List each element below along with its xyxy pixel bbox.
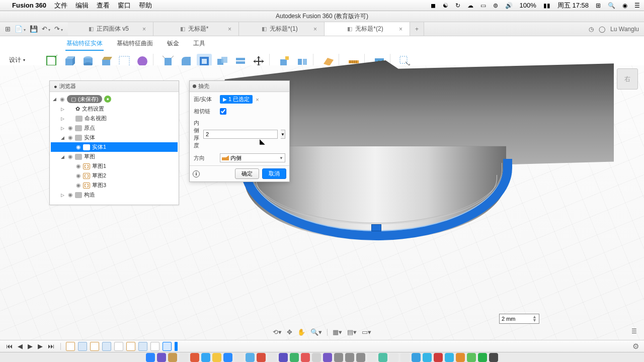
dock-app[interactable] <box>467 353 476 362</box>
doc-tab-3[interactable]: ◧无标题*(1) × <box>239 22 325 36</box>
dock-app[interactable] <box>489 353 498 362</box>
doc-tab-2[interactable]: ◧无标题* × <box>153 22 239 36</box>
dock-app[interactable] <box>290 353 299 362</box>
view-menu[interactable]: 查看 <box>97 1 110 10</box>
edit-menu[interactable]: 编辑 <box>75 1 89 10</box>
dock-app[interactable] <box>445 353 454 362</box>
notifications-icon[interactable]: ☰ <box>634 2 640 9</box>
dock-app[interactable] <box>257 353 266 362</box>
ribbon-tab-solid[interactable]: 基础特征实体 <box>65 37 104 51</box>
ribbon-tab-surface[interactable]: 基础特征曲面 <box>116 37 154 51</box>
browser-bodies[interactable]: ◢◉实体 <box>51 133 178 142</box>
browser-construction[interactable]: ▷◉构造 <box>51 190 178 200</box>
spinner-icon[interactable]: ▲▼ <box>532 315 537 322</box>
grid-icon[interactable]: ▤▾ <box>347 328 357 336</box>
browser-origin[interactable]: ▷◉原点 <box>51 123 178 133</box>
browser-sketch1[interactable]: ◉草图1 <box>51 161 178 171</box>
dock-app[interactable] <box>223 353 232 362</box>
look-icon[interactable]: ✋ <box>297 328 305 336</box>
dock-app[interactable] <box>146 353 155 362</box>
timeline-sketch3[interactable] <box>126 342 135 351</box>
browser-sketch3[interactable]: ◉草图3 <box>51 180 178 190</box>
dock-app[interactable] <box>157 353 166 362</box>
drag-handle[interactable] <box>371 224 381 231</box>
close-icon[interactable]: × <box>313 26 317 33</box>
browser-root[interactable]: ◢◉▢ (未保存)● <box>51 94 178 104</box>
timeline-sketch2[interactable] <box>90 342 99 351</box>
browser-body1[interactable]: ◉实体1 <box>51 142 178 152</box>
dock-app[interactable] <box>312 353 321 362</box>
dock-app[interactable] <box>190 353 199 362</box>
browser-named-views[interactable]: ▷命名视图 <box>51 114 178 123</box>
display-icon[interactable]: ▭ <box>480 2 486 9</box>
timeline-extrude2[interactable] <box>102 342 111 351</box>
dock-app[interactable] <box>246 353 255 362</box>
close-icon[interactable]: × <box>228 26 231 33</box>
timeline-next[interactable]: ▶ <box>37 342 44 350</box>
window-menu[interactable]: 窗口 <box>118 1 131 10</box>
dock-app[interactable] <box>323 353 332 362</box>
info-icon[interactable]: i <box>193 170 200 177</box>
orbit-icon[interactable]: ⟲▾ <box>273 328 282 336</box>
timeline-extrude1[interactable] <box>78 342 87 351</box>
dock-app[interactable] <box>345 353 354 362</box>
help-menu[interactable]: 帮助 <box>139 1 152 10</box>
dock-app[interactable] <box>423 353 432 362</box>
extensions-icon[interactable]: ◷ <box>589 26 594 33</box>
dialog-header[interactable]: 抽壳 <box>190 81 289 92</box>
dock-app[interactable] <box>168 353 177 362</box>
timeline-settings-icon[interactable]: ⚙ <box>632 342 639 351</box>
volume-icon[interactable]: 🔊 <box>505 2 513 9</box>
viewcube[interactable]: 右 <box>617 68 638 89</box>
zoom-icon[interactable]: 🔍▾ <box>310 328 322 336</box>
timeline-shell[interactable] <box>163 342 172 351</box>
direction-select[interactable]: 内侧 ▼ <box>220 153 285 162</box>
help-icon[interactable]: ◯ <box>599 26 605 33</box>
dock-app[interactable] <box>212 353 221 362</box>
status-icon[interactable]: ◼ <box>431 2 436 9</box>
dock-app[interactable] <box>367 353 376 362</box>
wifi-icon[interactable]: ⊚ <box>493 2 498 9</box>
timeline-start[interactable]: ⏮ <box>5 342 14 350</box>
timeline-feat[interactable] <box>150 342 159 351</box>
browser-sketches[interactable]: ◢◉草图 <box>51 152 178 161</box>
pan-icon[interactable]: ✥ <box>287 328 292 336</box>
sync-icon[interactable]: ↻ <box>455 2 460 9</box>
timeline-sketch1[interactable] <box>66 342 75 351</box>
app-menu[interactable]: Fusion 360 <box>12 2 46 9</box>
cancel-button[interactable]: 取消 <box>262 168 286 179</box>
clock[interactable]: 周五 17:58 <box>557 1 589 10</box>
tangent-checkbox[interactable] <box>220 108 226 115</box>
dock-app[interactable] <box>356 353 365 362</box>
dock-app[interactable] <box>412 353 421 362</box>
dock-app[interactable] <box>301 353 310 362</box>
wechat-icon[interactable]: ☯ <box>443 2 448 9</box>
dock-app[interactable] <box>201 353 210 362</box>
new-tab-button[interactable]: + <box>410 22 424 36</box>
siri-icon[interactable]: ◉ <box>622 2 627 9</box>
comments-icon[interactable]: ☰ <box>631 328 637 335</box>
input-icon[interactable]: ⊞ <box>596 2 601 9</box>
browser-sketch2[interactable]: ◉草图2 <box>51 171 178 180</box>
ribbon-tab-tools[interactable]: 工具 <box>192 37 206 51</box>
dock-app[interactable] <box>268 353 277 362</box>
cloud-icon[interactable]: ☁ <box>467 2 473 9</box>
dock-app[interactable] <box>234 353 244 362</box>
dock-app[interactable] <box>389 353 398 362</box>
file-new-icon[interactable]: 📄 <box>15 25 26 33</box>
doc-tab-4[interactable]: ◧无标题*(2) × <box>325 22 410 36</box>
dock-app[interactable] <box>179 353 188 362</box>
user-name[interactable]: Lu Wanglu <box>610 26 639 33</box>
data-panel-icon[interactable]: ⊞ <box>5 25 11 33</box>
spotlight-icon[interactable]: 🔍 <box>608 2 615 9</box>
doc-tab-1[interactable]: ◧正四面体 v5 × <box>68 22 153 36</box>
dock-app[interactable] <box>434 353 443 362</box>
timeline-extrude3[interactable] <box>138 342 147 351</box>
dock-app[interactable] <box>279 353 288 362</box>
file-menu[interactable]: 文件 <box>54 1 67 10</box>
redo-icon[interactable]: ↷ <box>54 25 63 33</box>
workspace-switch[interactable]: 设计▾ <box>6 54 28 66</box>
dock-app[interactable] <box>334 353 343 362</box>
dimension-input[interactable]: 2 mm ▲▼ <box>499 314 539 324</box>
close-icon[interactable]: × <box>142 26 146 33</box>
